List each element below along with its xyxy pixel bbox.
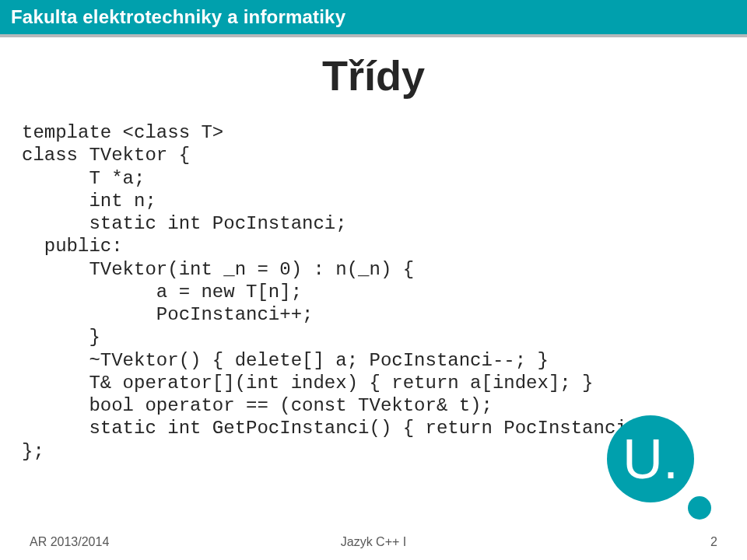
code-line: a = new T[n];	[22, 282, 302, 303]
code-line: TVektor(int _n = 0) : n(_n) {	[22, 259, 414, 280]
header-underline	[0, 34, 747, 37]
code-line: T *a;	[22, 168, 145, 189]
page-title: Třídy	[0, 51, 747, 100]
code-line: class TVektor {	[22, 145, 190, 166]
code-line: T& operator[](int index) { return a[inde…	[22, 373, 594, 394]
slide: Fakulta elektrotechniky a informatiky Tř…	[0, 0, 747, 560]
code-line: static int GetPocInstanci() { return Poc…	[22, 418, 661, 439]
header-bar: Fakulta elektrotechniky a informatiky	[0, 0, 747, 34]
header-title: Fakulta elektrotechniky a informatiky	[11, 6, 345, 28]
code-line: template <class T>	[22, 122, 223, 143]
code-line: ~TVektor() { delete[] a; PocInstanci--; …	[22, 350, 549, 371]
code-line: public:	[22, 236, 123, 257]
code-line: static int PocInstanci;	[22, 213, 347, 234]
university-logo: U.	[607, 415, 707, 524]
code-line: int n;	[22, 191, 156, 212]
code-line: bool operator == (const TVektor& t);	[22, 395, 493, 416]
footer-center: Jazyk C++ I	[0, 535, 747, 549]
code-line: }	[22, 327, 100, 348]
logo-letter: U.	[607, 415, 694, 502]
code-line: };	[22, 441, 44, 462]
logo-small-circle	[688, 496, 711, 520]
code-line: PocInstanci++;	[22, 304, 313, 325]
footer: AR 2013/2014 Jazyk C++ I 2	[0, 535, 747, 549]
code-block: template <class T> class TVektor { T *a;…	[22, 121, 722, 463]
